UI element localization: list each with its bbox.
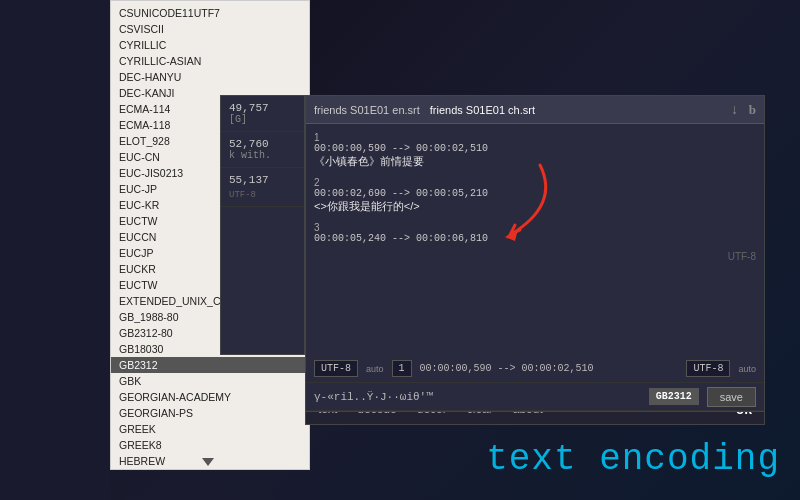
file-1-name: friends S01E01 en.srt	[314, 104, 420, 116]
enc-auto-label: auto	[366, 364, 384, 374]
subtitle-num-3: 3	[314, 222, 756, 233]
subtitle-num-1: 1	[314, 132, 756, 143]
watermark-text: text encoding	[486, 439, 780, 480]
dropdown-item[interactable]: GREEK8	[111, 437, 309, 453]
file-2-name: friends S01E01 ch.srt	[430, 104, 535, 116]
left-label-2: k with.	[229, 150, 296, 161]
subtitle-block-1: 1 00:00:00,590 --> 00:00:02,510 《小镇春色》前情…	[314, 132, 756, 169]
enc-time-text: 00:00:00,590 --> 00:00:02,510	[420, 363, 679, 374]
file-bar: friends S01E01 en.srt friends S01E01 ch.…	[306, 96, 764, 124]
left-label-1: [G]	[229, 114, 296, 125]
b-icon[interactable]: b	[749, 102, 756, 118]
dropdown-item[interactable]: CYRILLIC	[111, 37, 309, 53]
download-icon[interactable]: ↓	[730, 102, 738, 118]
subtitle-time-2: 00:00:02,690 --> 00:00:05,210	[314, 188, 756, 199]
dropdown-item[interactable]: GEORGIAN-PS	[111, 405, 309, 421]
subtitle-time-3: 00:00:05,240 --> 00:00:06,810	[314, 233, 756, 244]
subtitle-area: 1 00:00:00,590 --> 00:00:02,510 《小镇春色》前情…	[306, 124, 764, 319]
enc-num-box: 1	[392, 360, 412, 377]
left-utf-label: UTF-8	[229, 190, 296, 200]
enc-auto2-label: auto	[738, 364, 756, 374]
left-number-3: 55,137	[229, 174, 296, 186]
enc-row-1: UTF-8 auto 1 00:00:00,590 --> 00:00:02,5…	[306, 355, 764, 383]
enc-utf8-box2: UTF-8	[686, 360, 730, 377]
enc-row-2: γ-«ril..Ÿ·J··ωiθ'™ GB2312 save	[306, 383, 764, 411]
subtitle-block-3: 3 00:00:05,240 --> 00:00:06,810	[314, 222, 756, 244]
subtitle-time-1: 00:00:00,590 --> 00:00:02,510	[314, 143, 756, 154]
utf8-label: UTF-8	[728, 251, 756, 262]
dropdown-item[interactable]: CYRILLIC-ASIAN	[111, 53, 309, 69]
dropdown-item[interactable]: CSVISCII	[111, 21, 309, 37]
enc-utf8-box: UTF-8	[314, 360, 358, 377]
subtitle-text-1: 《小镇春色》前情提要	[314, 154, 756, 169]
left-number-1: 49,757	[229, 102, 296, 114]
scroll-arrow-bottom-icon[interactable]	[202, 458, 214, 466]
encoding-panel: UTF-8 auto 1 00:00:00,590 --> 00:00:02,5…	[305, 355, 765, 412]
enc-gb2312-box: GB2312	[649, 388, 699, 405]
save-button[interactable]: save	[707, 387, 756, 407]
left-background	[0, 0, 110, 500]
dropdown-item[interactable]: DEC-HANYU	[111, 69, 309, 85]
dropdown-item[interactable]: GREEK	[111, 421, 309, 437]
dropdown-item[interactable]: CSUNICODE11UTF7	[111, 5, 309, 21]
enc-decoded-text: γ-«ril..Ÿ·J··ωiθ'™	[314, 391, 641, 403]
dropdown-item[interactable]: GB2312	[111, 357, 309, 373]
left-number-2: 52,760	[229, 138, 296, 150]
subtitle-num-2: 2	[314, 177, 756, 188]
subtitle-block-2: 2 00:00:02,690 --> 00:00:05,210 <>你跟我是能行…	[314, 177, 756, 214]
dropdown-item[interactable]: GBK	[111, 373, 309, 389]
subtitle-text-2: <>你跟我是能行的</>	[314, 199, 756, 214]
dropdown-item[interactable]: GEORGIAN-ACADEMY	[111, 389, 309, 405]
